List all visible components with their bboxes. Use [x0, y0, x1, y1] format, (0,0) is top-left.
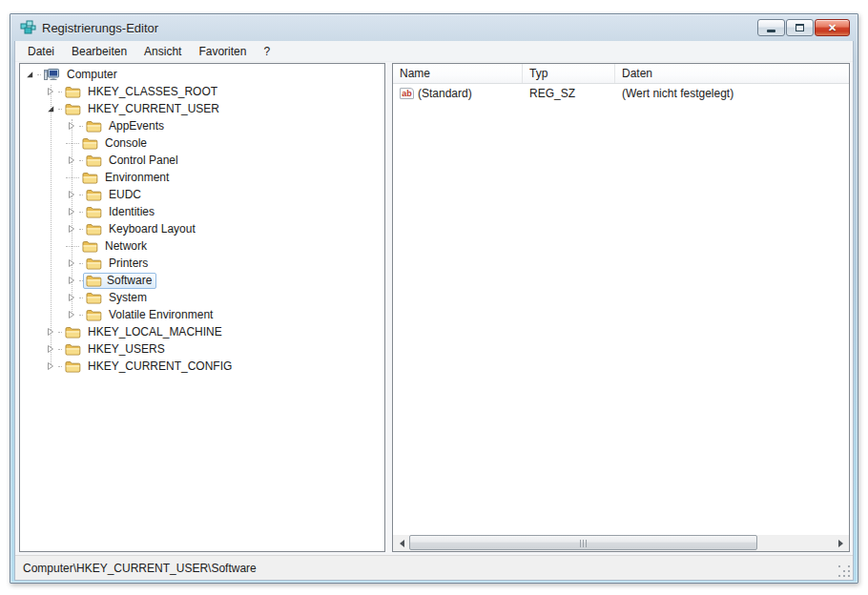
title-bar[interactable]: Registrierungs-Editor ✕ — [14, 14, 854, 41]
maximize-icon — [796, 24, 804, 31]
tree-item-label: Control Panel — [106, 154, 181, 168]
column-header-name[interactable]: Name — [393, 64, 523, 83]
tree-connector-stub — [79, 229, 83, 230]
tree-item-computer[interactable]: Computer — [20, 66, 384, 83]
scroll-right-button[interactable] — [833, 535, 849, 551]
registry-editor-window: Registrierungs-Editor ✕ Datei Bearbeiten… — [10, 13, 858, 584]
scroll-left-button[interactable] — [393, 535, 409, 551]
value-row[interactable]: ab(Standard)REG_SZ(Wert nicht festgelegt… — [393, 84, 849, 102]
triangle-collapsed-icon[interactable] — [66, 206, 77, 217]
tree-item-hkey-local-machine[interactable]: HKEY_LOCAL_MACHINE — [20, 323, 384, 340]
horizontal-scrollbar[interactable] — [393, 535, 849, 551]
tree-item-identities[interactable]: Identities — [20, 203, 384, 220]
computer-icon — [43, 68, 60, 81]
folder-icon — [81, 136, 98, 150]
folder-icon — [64, 342, 81, 356]
tree-item-label: Volatile Environment — [106, 308, 216, 322]
column-header-daten[interactable]: Daten — [615, 64, 849, 83]
tree-item-label: HKEY_CURRENT_USER — [85, 102, 222, 116]
folder-icon — [85, 119, 102, 133]
maximize-button[interactable] — [786, 19, 814, 36]
tree-item-control-panel[interactable]: Control Panel — [20, 152, 384, 169]
tree-item-system[interactable]: System — [20, 289, 384, 306]
tree-item-console[interactable]: Console — [20, 134, 384, 152]
scrollbar-track[interactable] — [409, 535, 833, 551]
folder-icon — [85, 205, 102, 218]
tree-connector-stub — [79, 315, 83, 316]
triangle-collapsed-icon[interactable] — [66, 154, 77, 166]
tree-item-label: HKEY_LOCAL_MACHINE — [85, 325, 225, 339]
triangle-collapsed-icon[interactable] — [66, 189, 77, 200]
tree-item-keyboard-layout[interactable]: Keyboard Layout — [20, 220, 384, 237]
minimize-button[interactable] — [757, 19, 785, 36]
close-button[interactable]: ✕ — [815, 19, 850, 36]
tree-connector-stub — [66, 177, 79, 178]
menu-ansicht[interactable]: Ansicht — [135, 42, 190, 61]
tree-item-label: Computer — [64, 68, 120, 82]
triangle-collapsed-icon[interactable] — [66, 223, 77, 235]
string-value-icon: ab — [400, 88, 414, 99]
triangle-collapsed-icon[interactable] — [45, 343, 56, 355]
tree-item-label: System — [106, 291, 150, 305]
tree-item-hkey-current-config[interactable]: HKEY_CURRENT_CONFIG — [20, 358, 384, 375]
menu-favoriten[interactable]: Favoriten — [190, 42, 255, 61]
tree-connector-stub — [79, 212, 83, 213]
triangle-collapsed-icon[interactable] — [66, 292, 77, 303]
folder-icon — [64, 325, 81, 339]
list-header: Name Typ Daten — [393, 64, 849, 84]
scrollbar-thumb[interactable] — [409, 535, 757, 550]
menu-bar: Datei Bearbeiten Ansicht Favoriten ? — [15, 41, 853, 62]
split-view: ComputerHKEY_CLASSES_ROOTHKEY_CURRENT_US… — [15, 62, 853, 555]
triangle-collapsed-icon[interactable] — [66, 309, 77, 320]
status-bar: Computer\HKEY_CURRENT_USER\Software — [15, 555, 853, 580]
tree-item-hkey-current-user[interactable]: HKEY_CURRENT_USER — [20, 100, 384, 117]
tree-item-environment[interactable]: Environment — [20, 169, 384, 186]
tree-item-volatile-environment[interactable]: Volatile Environment — [20, 306, 384, 323]
tree-item-software[interactable]: Software — [20, 272, 384, 289]
triangle-expanded-icon[interactable] — [45, 103, 56, 114]
triangle-expanded-icon[interactable] — [24, 69, 35, 80]
menu-hilfe[interactable]: ? — [255, 42, 279, 61]
values-list-pane: Name Typ Daten ab(Standard)REG_SZ(Wert n… — [392, 63, 850, 552]
tree-connector-stub — [37, 74, 41, 75]
tree-connector-stub — [79, 263, 83, 264]
column-header-typ[interactable]: Typ — [523, 64, 615, 83]
triangle-collapsed-icon[interactable] — [45, 326, 56, 338]
tree-item-hkey-classes-root[interactable]: HKEY_CLASSES_ROOT — [20, 83, 384, 100]
tree-item-appevents[interactable]: AppEvents — [20, 117, 384, 134]
folder-icon — [85, 274, 102, 287]
value-name-cell[interactable]: ab(Standard) — [393, 84, 523, 102]
arrow-left-icon — [396, 540, 404, 547]
triangle-collapsed-icon[interactable] — [66, 120, 77, 132]
triangle-collapsed-icon[interactable] — [66, 275, 77, 286]
triangle-collapsed-icon[interactable] — [66, 257, 77, 269]
list-rows: ab(Standard)REG_SZ(Wert nicht festgelegt… — [393, 84, 849, 102]
tree-connector-stub — [79, 298, 83, 298]
registry-tree: ComputerHKEY_CLASSES_ROOTHKEY_CURRENT_US… — [20, 64, 384, 375]
folder-icon — [85, 308, 102, 321]
tree-item-label: Keyboard Layout — [106, 222, 198, 236]
folder-icon — [85, 222, 102, 236]
selected-tree-item[interactable]: Software — [83, 273, 156, 289]
menu-datei[interactable]: Datei — [19, 42, 63, 61]
tree-item-hkey-users[interactable]: HKEY_USERS — [20, 340, 384, 358]
tree-item-printers[interactable]: Printers — [20, 255, 384, 272]
tree-item-label: AppEvents — [106, 119, 167, 133]
tree-item-network[interactable]: Network — [20, 237, 384, 255]
folder-icon — [85, 291, 102, 304]
arrow-right-icon — [838, 540, 847, 547]
status-path: Computer\HKEY_CURRENT_USER\Software — [23, 562, 257, 575]
triangle-collapsed-icon[interactable] — [45, 360, 56, 372]
tree-item-eudc[interactable]: EUDC — [20, 186, 384, 203]
tree-connector-stub — [58, 109, 62, 110]
resize-grip-icon[interactable] — [838, 565, 851, 578]
triangle-collapsed-icon[interactable] — [45, 86, 56, 97]
folder-icon — [85, 154, 102, 167]
menu-bearbeiten[interactable]: Bearbeiten — [63, 42, 135, 61]
folder-icon — [85, 256, 102, 270]
folder-icon — [64, 359, 81, 373]
tree-connector-stub — [58, 366, 62, 367]
folder-icon — [85, 188, 102, 201]
window-controls: ✕ — [756, 19, 850, 36]
folder-icon — [81, 171, 98, 184]
